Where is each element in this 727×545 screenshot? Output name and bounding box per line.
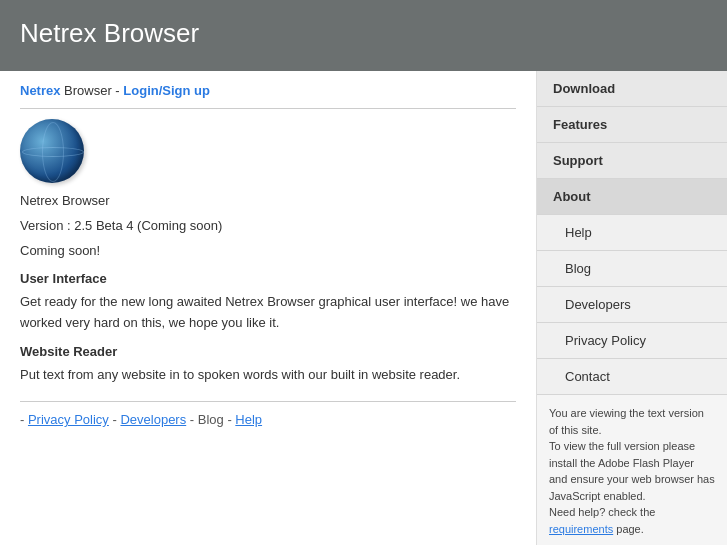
sidebar-item-blog[interactable]: Blog [537, 251, 727, 287]
brand-link[interactable]: Netrex [20, 83, 60, 98]
breadcrumb-separator: Browser - [60, 83, 123, 98]
section1-text: Get ready for the new long awaited Netre… [20, 292, 516, 334]
section1-title: User Interface [20, 269, 516, 290]
sidebar-info-text3: Need help? check the requirements page. [549, 504, 715, 537]
sidebar: Download Features Support About Help Blo… [537, 71, 727, 545]
sidebar-item-features[interactable]: Features [537, 107, 727, 143]
sidebar-info-text1: You are viewing the text version of this… [549, 405, 715, 438]
requirements-link[interactable]: requirements [549, 523, 613, 535]
help-link[interactable]: Help [235, 412, 262, 427]
sidebar-item-privacy[interactable]: Privacy Policy [537, 323, 727, 359]
app-name: Netrex Browser [20, 191, 516, 212]
sidebar-item-contact[interactable]: Contact [537, 359, 727, 395]
version-text: Version : 2.5 Beta 4 (Coming soon) [20, 216, 516, 237]
developers-link[interactable]: Developers [120, 412, 186, 427]
sidebar-info-text2: To view the full version please install … [549, 438, 715, 504]
footer-sep2: - Blog - [186, 412, 235, 427]
layout: Netrex Browser - Login/Sign up Netrex Br… [0, 71, 727, 545]
footer-prefix: - [20, 412, 28, 427]
privacy-link[interactable]: Privacy Policy [28, 412, 109, 427]
breadcrumb: Netrex Browser - Login/Sign up [20, 83, 516, 98]
sidebar-item-support[interactable]: Support [537, 143, 727, 179]
sidebar-info: You are viewing the text version of this… [537, 395, 727, 545]
content-text: Netrex Browser Version : 2.5 Beta 4 (Com… [20, 191, 516, 385]
section2-text: Put text from any website in to spoken w… [20, 365, 516, 386]
main-content: Netrex Browser - Login/Sign up Netrex Br… [0, 71, 537, 545]
globe-area [20, 119, 516, 183]
breadcrumb-divider [20, 108, 516, 109]
sidebar-item-developers[interactable]: Developers [537, 287, 727, 323]
sidebar-item-about[interactable]: About [537, 179, 727, 215]
app-title: Netrex Browser [20, 18, 707, 49]
globe-icon [20, 119, 84, 183]
login-link[interactable]: Login/Sign up [123, 83, 210, 98]
footer-links: - Privacy Policy - Developers - Blog - H… [20, 401, 516, 427]
section2-title: Website Reader [20, 342, 516, 363]
sidebar-item-download[interactable]: Download [537, 71, 727, 107]
coming-soon: Coming soon! [20, 241, 516, 262]
header: Netrex Browser [0, 0, 727, 71]
sidebar-item-help[interactable]: Help [537, 215, 727, 251]
footer-sep1: - [109, 412, 121, 427]
